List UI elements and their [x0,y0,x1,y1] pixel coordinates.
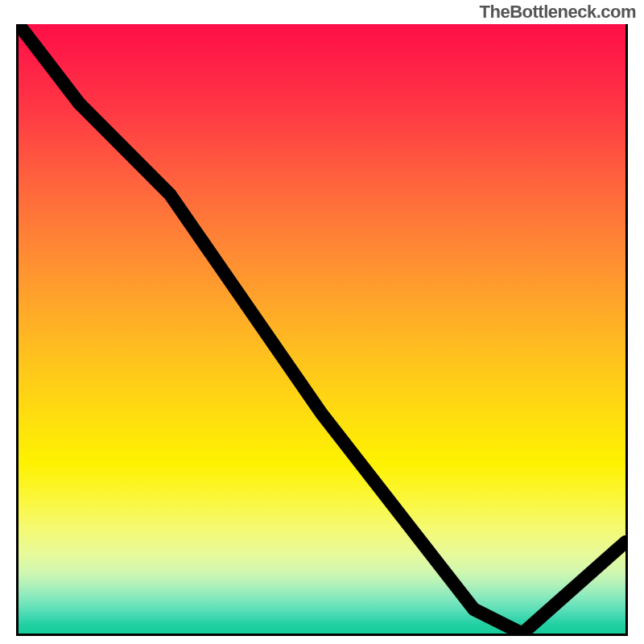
plot-area [16,24,628,636]
chart-container: TheBottleneck.com [0,0,644,644]
curve-svg [19,24,625,634]
bottleneck-curve [19,24,625,634]
watermark-text: TheBottleneck.com [480,2,636,23]
